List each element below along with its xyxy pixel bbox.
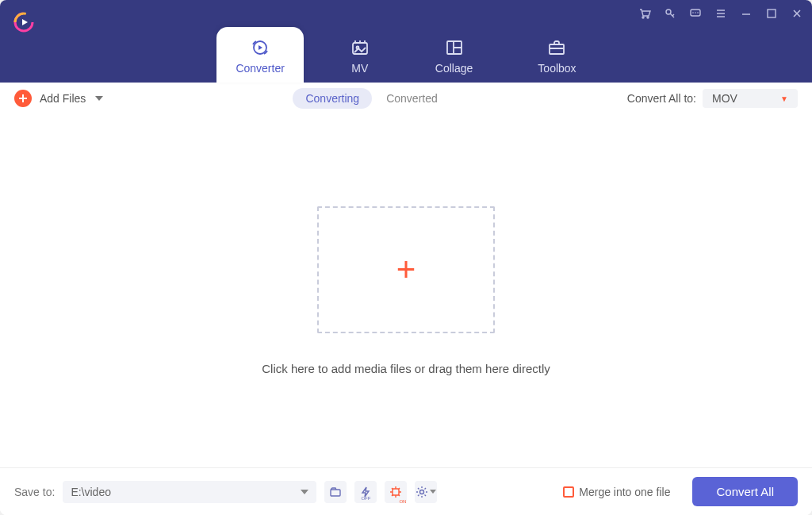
tab-converter[interactable]: Converter [216,27,303,83]
main-content: + Click here to add media files or drag … [0,114,812,467]
chevron-down-icon [95,95,103,102]
toolbox-icon [546,38,567,57]
save-to-label: Save to: [14,486,55,498]
drop-text: Click here to add media files or drag th… [262,362,550,375]
high-speed-toggle[interactable]: OFF [354,481,377,503]
chevron-down-icon [301,489,308,495]
tab-label: MV [351,62,368,75]
mv-icon [350,38,370,57]
status-tabs: Converting Converted [293,88,437,109]
collage-icon [444,38,465,57]
add-files-label: Add Files [40,92,86,105]
footer: Save to: E:\video OFF ON Merge into one … [0,467,812,515]
format-selected-value: MOV [712,92,737,105]
drop-rect: + [317,206,495,333]
maximize-button[interactable] [764,6,779,21]
merge-label: Merge into one file [579,486,670,498]
add-files-button[interactable]: Add Files [14,90,103,107]
output-format-select[interactable]: MOV ▼ [703,89,798,108]
key-icon[interactable] [663,6,677,21]
svg-marker-15 [301,490,308,494]
minimize-button[interactable] [739,6,753,21]
titlebar: Converter MV Collage Toolbox [0,0,812,83]
status-tab-converting[interactable]: Converting [293,88,372,109]
svg-marker-9 [259,45,262,50]
settings-button[interactable] [415,481,437,503]
svg-rect-16 [331,490,340,496]
toolbar: Add Files Converting Converted Convert A… [0,83,812,114]
gpu-accel-toggle[interactable]: ON [385,481,407,503]
svg-point-18 [420,490,424,494]
convert-all-button[interactable]: Convert All [692,477,798,506]
converter-icon [250,38,270,57]
svg-rect-7 [768,10,776,17]
convert-all-to-label: Convert All to: [627,92,696,105]
feedback-icon[interactable] [688,6,703,21]
drop-zone[interactable]: + Click here to add media files or drag … [262,206,550,375]
checkbox-icon [563,486,574,498]
close-button[interactable] [790,6,804,21]
tab-label: Collage [435,62,473,75]
tab-toolbox[interactable]: Toolbox [519,27,595,83]
chevron-down-icon: ▼ [780,94,788,103]
tab-mv[interactable]: MV [331,27,389,83]
merge-checkbox[interactable]: Merge into one file [563,486,670,498]
svg-rect-17 [393,489,399,495]
tab-collage[interactable]: Collage [416,27,492,83]
svg-marker-19 [430,490,436,494]
svg-point-3 [642,17,644,18]
svg-marker-14 [95,96,103,101]
menu-icon[interactable] [714,6,728,21]
tab-label: Converter [236,62,284,75]
save-path-select[interactable]: E:\video [63,481,316,503]
svg-rect-13 [550,44,564,54]
status-tab-converted[interactable]: Converted [386,92,438,105]
svg-point-4 [647,17,649,18]
open-folder-button[interactable] [324,481,347,503]
window-controls [638,6,804,21]
main-tabs: Converter MV Collage Toolbox [0,25,812,83]
cart-icon[interactable] [638,6,652,21]
convert-all-to: Convert All to: MOV ▼ [627,89,798,108]
save-path-value: E:\video [71,486,111,498]
plus-icon [14,90,32,107]
plus-icon: + [396,251,416,289]
svg-marker-2 [22,19,28,25]
tab-label: Toolbox [538,62,576,75]
